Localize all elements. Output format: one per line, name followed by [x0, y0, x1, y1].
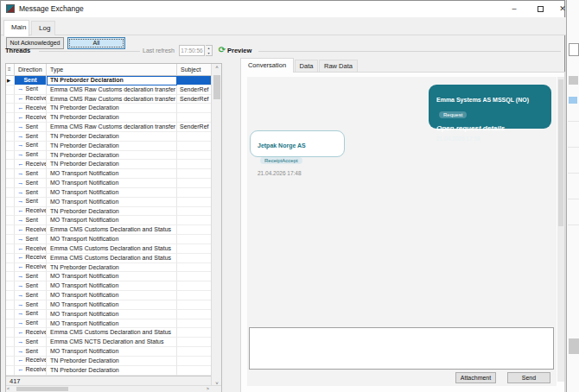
row-indicator-cell[interactable] [6, 357, 15, 366]
indicator-column-header[interactable]: ≡ [6, 64, 15, 76]
direction-cell[interactable]: →Sent [15, 142, 47, 151]
direction-cell[interactable]: →Sent [15, 347, 47, 357]
spin-down-icon[interactable]: ▾ [206, 51, 212, 56]
table-row[interactable]: ←ReceivedTN Preborder Declaration [6, 160, 212, 169]
row-indicator-cell[interactable] [6, 113, 15, 123]
row-indicator-cell[interactable] [6, 179, 15, 188]
direction-cell[interactable]: →Sent [15, 300, 47, 310]
row-indicator-cell[interactable] [6, 207, 15, 217]
row-indicator-cell[interactable] [6, 225, 15, 235]
row-indicator-cell[interactable] [6, 272, 15, 281]
table-row[interactable]: ←ReceivedTN Preborder Declaration [6, 104, 212, 113]
send-button[interactable]: Send [507, 372, 550, 383]
row-indicator-cell[interactable] [6, 263, 15, 273]
type-cell[interactable]: MO Transport Notification [47, 169, 177, 179]
message-body-link[interactable]: Open request details [436, 124, 544, 132]
table-row[interactable]: →SentMO Transport Notification [6, 310, 212, 319]
row-indicator-cell[interactable] [6, 328, 15, 338]
threads-horizontal-scrollbar[interactable]: ˂ ˃ [6, 385, 221, 392]
conversation-scrollbar-thumb[interactable] [558, 79, 563, 226]
subject-cell[interactable] [177, 328, 212, 338]
direction-cell[interactable]: ←Received [15, 244, 47, 254]
direction-cell[interactable]: ←Received [15, 113, 47, 123]
subject-cell[interactable] [177, 151, 212, 161]
row-indicator-cell[interactable] [6, 244, 15, 254]
subject-cell[interactable] [177, 319, 212, 329]
direction-cell[interactable]: →Sent [15, 310, 47, 319]
table-row[interactable]: ←ReceivedTN Preborder Declaration [6, 263, 212, 273]
type-cell[interactable]: TN Preborder Declaration [47, 160, 177, 169]
subject-cell[interactable] [177, 160, 212, 169]
table-row[interactable]: →SentMO Transport Notification [6, 216, 212, 225]
subject-cell[interactable] [177, 188, 212, 198]
row-indicator-cell[interactable] [6, 366, 15, 376]
direction-cell[interactable]: →Sent [15, 291, 47, 300]
row-indicator-cell[interactable] [6, 281, 15, 291]
tab-conversation[interactable]: Conversation [240, 58, 294, 73]
row-indicator-cell[interactable] [6, 216, 15, 225]
subject-cell[interactable] [177, 113, 212, 123]
vertical-scrollbar-thumb[interactable] [213, 75, 220, 99]
maximize-button[interactable] [528, 1, 552, 17]
direction-cell[interactable]: →Sent [15, 85, 47, 95]
direction-cell[interactable]: →Sent [15, 319, 47, 329]
type-cell[interactable]: MO Transport Notification [47, 319, 177, 329]
subject-cell[interactable]: SenderRef [177, 95, 212, 104]
row-indicator-cell[interactable] [6, 95, 15, 104]
subject-cell[interactable] [177, 347, 212, 357]
type-column-header[interactable]: Type [47, 64, 177, 76]
subject-cell[interactable] [177, 104, 212, 113]
table-row[interactable]: →SentMO Transport Notification [6, 198, 212, 207]
scroll-up-icon[interactable]: ˄ [212, 65, 222, 70]
row-indicator-cell[interactable] [6, 132, 15, 142]
subject-cell[interactable] [177, 281, 212, 291]
subject-cell[interactable] [177, 291, 212, 300]
direction-cell[interactable]: →Sent [15, 132, 47, 142]
type-cell[interactable]: TN Preborder Declaration [47, 113, 177, 123]
direction-cell[interactable]: →Sent [15, 216, 47, 225]
direction-cell[interactable]: →Sent [15, 235, 47, 244]
row-indicator-cell[interactable]: ▶ [6, 76, 15, 85]
subject-cell[interactable] [177, 263, 212, 273]
row-indicator-cell[interactable] [6, 235, 15, 244]
type-cell[interactable]: Emma CMS Customs Declaration and Status [47, 254, 177, 263]
subject-cell[interactable] [177, 225, 212, 235]
message-bubble-outgoing[interactable]: Emma Systems AS MSSQL (NO)Request Open r… [429, 85, 551, 129]
table-row[interactable]: ←ReceivedTN Preborder Declaration [6, 366, 212, 376]
table-row[interactable]: →SentTN Preborder Declaration [6, 132, 212, 142]
type-cell[interactable]: TN Preborder Declaration [47, 76, 177, 85]
subject-cell[interactable] [177, 169, 212, 179]
scroll-right-icon[interactable]: ˃ [207, 386, 209, 392]
row-indicator-cell[interactable] [6, 291, 15, 300]
direction-cell[interactable]: ←Received [15, 263, 47, 273]
row-indicator-cell[interactable] [6, 300, 15, 310]
row-indicator-cell[interactable] [6, 319, 15, 329]
type-cell[interactable]: TN Preborder Declaration [47, 263, 177, 273]
direction-cell[interactable]: Sent [15, 76, 47, 85]
row-indicator-cell[interactable] [6, 310, 15, 319]
subject-cell[interactable]: SenderRef [177, 85, 212, 95]
horizontal-scrollbar-thumb[interactable] [16, 387, 68, 391]
type-cell[interactable]: MO Transport Notification [47, 216, 177, 225]
type-cell[interactable]: MO Transport Notification [47, 179, 177, 188]
row-indicator-cell[interactable] [6, 254, 15, 263]
table-row[interactable]: ←ReceivedEmma CMS Customs Declaration an… [6, 244, 212, 254]
subject-cell[interactable] [177, 132, 212, 142]
direction-cell[interactable]: ←Received [15, 225, 47, 235]
table-row[interactable]: →SentMO Transport Notification [6, 179, 212, 188]
type-cell[interactable]: MO Transport Notification [47, 300, 177, 310]
direction-cell[interactable]: ←Received [15, 207, 47, 217]
type-cell[interactable]: MO Transport Notification [47, 198, 177, 207]
attachment-button[interactable]: Attachment [455, 372, 496, 383]
type-cell[interactable]: TN Preborder Declaration [47, 104, 177, 113]
table-row[interactable]: →SentEmma CMS NCTS Declaration and Statu… [6, 338, 212, 347]
row-indicator-cell[interactable] [6, 123, 15, 132]
direction-cell[interactable]: →Sent [15, 179, 47, 188]
direction-cell[interactable]: →Sent [15, 123, 47, 132]
all-button[interactable]: All [67, 37, 125, 49]
table-row[interactable]: →SentMO Transport Notification [6, 169, 212, 179]
table-row[interactable]: →SentMO Transport Notification [6, 347, 212, 357]
direction-cell[interactable]: →Sent [15, 169, 47, 179]
type-cell[interactable]: Emma CMS Raw Customs declaration transfe… [47, 85, 177, 95]
minimize-button[interactable]: – [502, 1, 526, 17]
